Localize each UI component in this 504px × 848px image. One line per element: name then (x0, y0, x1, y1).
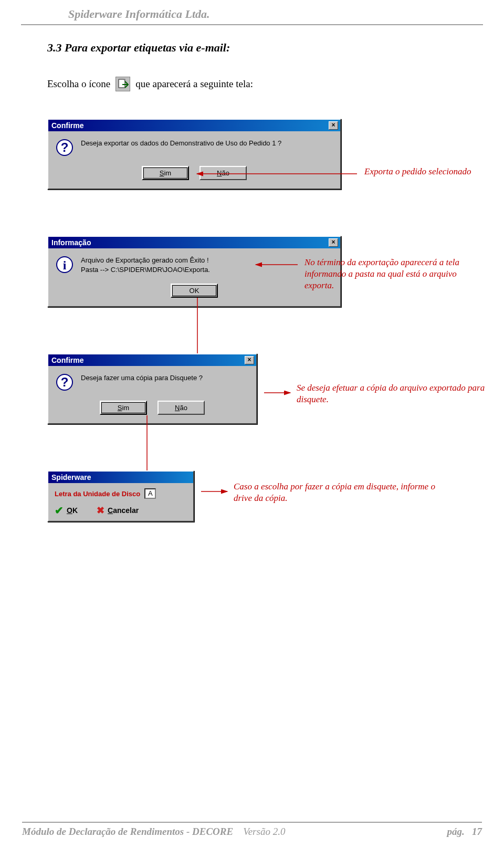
footer-version: Versão 2.0 (243, 826, 285, 837)
dialog2-line1: Arquivo de Exportação gerado com Êxito ! (81, 256, 210, 265)
svg-text:i: i (63, 258, 67, 272)
check-icon: ✔ (55, 504, 64, 517)
drive-label: Letra da Unidade de Disco (55, 490, 140, 498)
ok-rest: K (72, 506, 78, 515)
dialog1-title: Confirme (51, 121, 83, 130)
company-name: Spiderware Informática Ltda. (68, 7, 210, 20)
yes-label-rest: im (164, 169, 171, 177)
no-label-rest2: ão (180, 404, 187, 412)
dialog1-message: Deseja exportar os dados do Demonstrativ… (81, 139, 281, 148)
yes-label-rest2: im (122, 404, 129, 412)
dialog2-line2: Pasta --> C:\SPIDER\MDR\JOAO\Exporta. (81, 265, 210, 275)
drive-dialog: Spiderware Letra da Unidade de Disco A ✔… (47, 470, 194, 522)
drive-input[interactable]: A (144, 488, 156, 499)
svg-text:?: ? (61, 375, 69, 389)
question-icon: ? (56, 139, 74, 156)
no-button[interactable]: Não (200, 166, 247, 180)
dialog3-message: Deseja fazer uma cópia para Disquete ? (81, 373, 203, 383)
callout4: Caso a escolha por fazer a cópia em disq… (234, 481, 454, 504)
footer-page-num: 17 (472, 826, 482, 837)
dialog3-title: Confirme (51, 356, 83, 364)
ok-button[interactable]: OK (171, 284, 218, 298)
close-icon[interactable]: × (245, 356, 254, 364)
cancel-button[interactable]: ✖ Cancelar (97, 504, 139, 517)
dialog4-title: Spiderware (51, 473, 91, 481)
callout2: No término da exportação aparecerá a tel… (304, 257, 483, 291)
section-title: 3.3 Para exportar etiquetas via e-mail: (47, 41, 457, 55)
callout4-arrow (198, 486, 230, 497)
no-button[interactable]: Não (158, 401, 205, 415)
no-label-rest: ão (222, 169, 229, 177)
page-footer: Módulo de Declaração de Rendimentos - DE… (22, 822, 482, 837)
yes-button[interactable]: Sim (142, 166, 189, 180)
intro-line: Escolha o ícone que aparecerá a seguinte… (47, 77, 457, 91)
callout3-arrow (261, 388, 293, 398)
info-icon: i (56, 256, 74, 274)
confirm-disk-dialog: Confirme × ? Deseja fazer uma cópia para… (47, 353, 257, 424)
intro-pre: Escolha o ícone (47, 78, 110, 90)
confirm-export-dialog: Confirme × ? Deseja exportar os dados do… (47, 119, 341, 190)
dialog2-title: Informação (51, 238, 91, 247)
yes-button[interactable]: Sim (100, 401, 147, 415)
x-icon: ✖ (97, 505, 104, 516)
question-icon: ? (56, 373, 74, 391)
svg-rect-0 (119, 79, 125, 88)
footer-page-label: pág. (447, 826, 465, 837)
callout1: Exporta o pedido selecionado (364, 166, 480, 177)
down-arrow2 (144, 415, 150, 478)
close-icon[interactable]: × (329, 238, 338, 247)
export-icon (116, 77, 130, 91)
ok-button[interactable]: ✔ OK (55, 504, 78, 517)
callout3: Se deseja efetuar a cópia do arquivo exp… (297, 382, 486, 405)
footer-title: Módulo de Declaração de Rendimentos - DE… (22, 826, 233, 837)
info-dialog: Informação × i Arquivo de Exportação ger… (47, 236, 341, 307)
intro-post: que aparecerá a seguinte tela: (135, 78, 253, 90)
cancel-rest: ancelar (113, 506, 139, 515)
page-header: Spiderware Informática Ltda. (21, 0, 483, 25)
close-icon[interactable]: × (329, 121, 338, 130)
svg-text:?: ? (61, 140, 69, 154)
